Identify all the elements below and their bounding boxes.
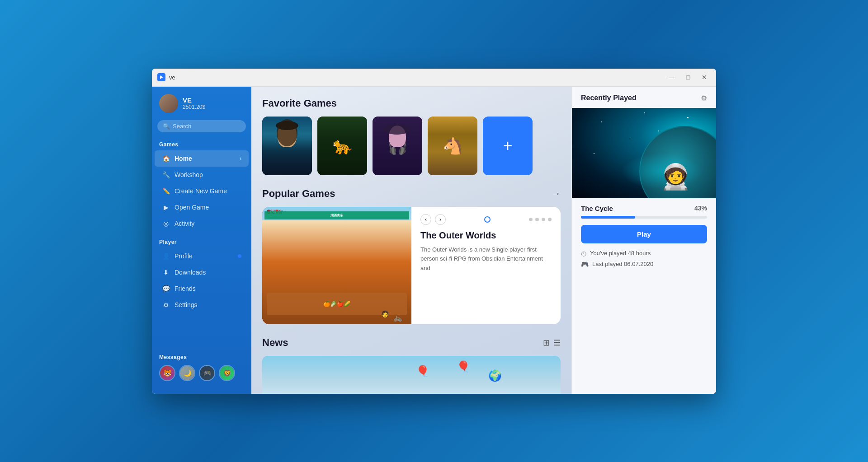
avatar bbox=[159, 94, 178, 113]
create-icon: ✏️ bbox=[162, 187, 170, 195]
favorite-game-3[interactable]: 🎧 bbox=[373, 117, 422, 175]
workshop-label: Workshop bbox=[175, 171, 203, 178]
gamepad-icon: 🎮 bbox=[581, 261, 589, 268]
last-played-text: Last played 06.07.2020 bbox=[592, 261, 653, 267]
open-game-label: Open Game bbox=[175, 204, 209, 211]
profile-icon: 👤 bbox=[162, 252, 170, 260]
favorite-game-1[interactable] bbox=[262, 117, 312, 175]
carousel-dot-3 bbox=[542, 218, 545, 221]
progress-bar-fill bbox=[581, 216, 635, 219]
popular-game-card: 曹记果行 烟酒食杂 🍊🥬🍎🌽 🚲 🧑 ‹ › bbox=[262, 207, 561, 324]
avatar-image bbox=[159, 94, 178, 113]
popular-games-arrow[interactable]: → bbox=[552, 188, 561, 199]
sidebar-item-settings[interactable]: ⚙ Settings bbox=[155, 297, 249, 313]
astronaut-figure: 🧑‍🚀 bbox=[660, 162, 691, 191]
downloads-icon: ⬇ bbox=[162, 268, 170, 276]
search-box[interactable]: 🔍 bbox=[157, 120, 246, 132]
sidebar-item-home[interactable]: 🏠 Home ‹ bbox=[155, 150, 249, 167]
user-name: VE bbox=[183, 96, 244, 104]
sidebar-item-activity[interactable]: ◎ Activity bbox=[155, 215, 249, 232]
sidebar-item-downloads[interactable]: ⬇ Downloads bbox=[155, 264, 249, 280]
message-avatar-4[interactable]: 🦁 bbox=[219, 365, 235, 381]
carousel-prev-button[interactable]: ‹ bbox=[420, 214, 431, 225]
popular-game-description: The Outer Worlds is a new Single player … bbox=[420, 245, 552, 273]
search-input[interactable] bbox=[173, 123, 241, 130]
messages-section: Messages 🐯 🌙 🎮 🦁 bbox=[152, 349, 251, 387]
popular-game-info: ‹ › The Outer Worlds The Outer Worlds is… bbox=[411, 207, 561, 324]
sidebar-item-friends[interactable]: 💬 Friends bbox=[155, 280, 249, 297]
sidebar-item-workshop[interactable]: 🔧 Workshop bbox=[155, 167, 249, 183]
messages-label: Messages bbox=[159, 354, 244, 360]
astronaut-scene: 🧑‍🚀 bbox=[572, 108, 716, 198]
hours-played-text: You've played 48 hours bbox=[590, 250, 651, 257]
games-section-label: Games bbox=[152, 140, 251, 150]
carousel-controls: ‹ › bbox=[420, 214, 552, 225]
notification-dot bbox=[238, 254, 241, 258]
sidebar-item-open-game[interactable]: ▶ Open Game bbox=[155, 199, 249, 215]
avatar-circle-1: 🐯 bbox=[160, 366, 175, 380]
app-window: ve — □ ✕ VE 2501.20$ 🔍 Games bbox=[152, 69, 716, 394]
popular-game-image: 曹记果行 烟酒食杂 🍊🥬🍎🌽 🚲 🧑 bbox=[262, 207, 411, 324]
close-button[interactable]: ✕ bbox=[698, 71, 711, 84]
app-body: VE 2501.20$ 🔍 Games 🏠 Home ‹ 🔧 Workshop … bbox=[152, 87, 716, 394]
game-name-row: The Cycle 43% bbox=[581, 205, 707, 212]
game-thumb-art-3: 🎧 bbox=[373, 117, 422, 175]
sidebar-item-create-new-game[interactable]: ✏️ Create New Game bbox=[155, 183, 249, 199]
favorite-games-list: 🐆 🎧 🐴 bbox=[262, 117, 561, 175]
news-view-buttons: ⊞ ☰ bbox=[543, 338, 561, 348]
recently-played-title: Recently Played bbox=[581, 94, 637, 102]
recently-played-game-info: The Cycle 43% Play ◷ You've played 48 ho… bbox=[572, 198, 716, 278]
recently-played-game-image: 🧑‍🚀 bbox=[572, 108, 716, 198]
play-button[interactable]: Play bbox=[581, 225, 707, 243]
add-icon: + bbox=[503, 136, 512, 155]
settings-gear-button[interactable]: ⚙ bbox=[701, 94, 707, 103]
home-label: Home bbox=[175, 155, 192, 162]
message-avatar-1[interactable]: 🐯 bbox=[159, 365, 175, 381]
sidebar: VE 2501.20$ 🔍 Games 🏠 Home ‹ 🔧 Workshop … bbox=[152, 87, 251, 394]
avatar-circle-2: 🌙 bbox=[180, 366, 194, 380]
avatar-circle-4: 🦁 bbox=[220, 366, 234, 380]
last-played-row: 🎮 Last played 06.07.2020 bbox=[581, 261, 707, 268]
game-progress-percent: 43% bbox=[694, 205, 707, 212]
recently-played-header: Recently Played ⚙ bbox=[572, 87, 716, 108]
home-icon: 🏠 bbox=[162, 154, 170, 163]
carousel-dot-1 bbox=[529, 218, 533, 221]
game-name: The Cycle bbox=[581, 205, 613, 212]
sidebar-item-profile[interactable]: 👤 Profile bbox=[155, 248, 249, 264]
window-title: ve bbox=[169, 74, 665, 81]
window-controls: — □ ✕ bbox=[665, 71, 711, 84]
search-icon: 🔍 bbox=[163, 123, 170, 130]
game-thumb-art-4: 🐴 bbox=[428, 117, 477, 175]
maximize-button[interactable]: □ bbox=[682, 71, 694, 84]
popular-games-title: Popular Games bbox=[262, 188, 335, 200]
news-grid-view-button[interactable]: ⊞ bbox=[543, 338, 550, 348]
favorite-game-4[interactable]: 🐴 bbox=[428, 117, 477, 175]
balloon-2: 🎈 bbox=[457, 360, 470, 373]
favorite-game-2[interactable]: 🐆 bbox=[317, 117, 367, 175]
clock-icon: ◷ bbox=[581, 250, 586, 257]
app-icon bbox=[157, 73, 165, 81]
message-avatar-3[interactable]: 🎮 bbox=[199, 365, 215, 381]
user-info: VE 2501.20$ bbox=[183, 96, 244, 110]
friends-icon: 💬 bbox=[162, 285, 170, 293]
minimize-button[interactable]: — bbox=[665, 71, 678, 84]
popular-game-title: The Outer Worlds bbox=[420, 230, 552, 241]
carousel-next-button[interactable]: › bbox=[435, 214, 446, 225]
right-panel: Recently Played ⚙ bbox=[571, 87, 716, 394]
balloon-3: 🌍 bbox=[488, 369, 502, 382]
balloon-1: 🎈 bbox=[416, 365, 429, 378]
game-thumb-art-1 bbox=[262, 117, 312, 175]
profile-label: Profile bbox=[175, 252, 193, 260]
create-label: Create New Game bbox=[175, 187, 227, 195]
hours-played-row: ◷ You've played 48 hours bbox=[581, 250, 707, 257]
main-content: Favorite Games 🐆 bbox=[251, 87, 571, 394]
downloads-label: Downloads bbox=[175, 269, 206, 276]
svg-marker-0 bbox=[160, 75, 163, 79]
add-game-button[interactable]: + bbox=[483, 117, 533, 175]
chevron-icon: ‹ bbox=[240, 155, 241, 162]
news-list-view-button[interactable]: ☰ bbox=[553, 338, 561, 348]
progress-bar-background bbox=[581, 216, 707, 219]
news-header: News ⊞ ☰ bbox=[262, 337, 561, 349]
game-thumb-art-2: 🐆 bbox=[317, 117, 367, 175]
message-avatar-2[interactable]: 🌙 bbox=[179, 365, 195, 381]
